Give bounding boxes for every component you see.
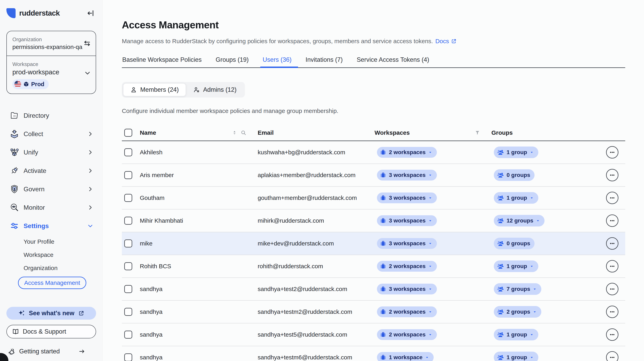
- row-actions-button[interactable]: [606, 260, 618, 272]
- table-row[interactable]: Akhilesh kushwaha+bg@rudderstack.com 2 w…: [122, 141, 625, 164]
- select-all-checkbox[interactable]: [124, 129, 132, 137]
- users-table: Name Email Workspaces Groups Akh: [122, 125, 625, 361]
- sidebar-item-unify[interactable]: Unify: [6, 143, 96, 162]
- caret-down-icon: [428, 332, 432, 337]
- workspaces-badge[interactable]: 2 workspaces: [377, 147, 437, 158]
- briefcase-icon: [380, 194, 386, 201]
- sidebar-item-activate[interactable]: Activate: [6, 162, 96, 180]
- row-actions-button[interactable]: [606, 237, 618, 250]
- sidebar-subitem-organization[interactable]: Organization: [6, 261, 96, 275]
- table-body: Akhilesh kushwaha+bg@rudderstack.com 2 w…: [122, 141, 625, 361]
- tab-service-access-tokens-4[interactable]: Service Access Tokens (4): [356, 56, 430, 67]
- row-checkbox[interactable]: [124, 308, 132, 316]
- cell-name: sandhya: [140, 354, 258, 361]
- row-checkbox[interactable]: [124, 194, 132, 202]
- groups-badge-label: 1 group: [506, 354, 527, 360]
- tab-invitations-7[interactable]: Invitations (7): [305, 56, 343, 67]
- chevron-down-icon[interactable]: [84, 69, 91, 77]
- collapse-sidebar-icon[interactable]: [86, 9, 94, 17]
- workspaces-badge-label: 3 workspaces: [389, 195, 426, 201]
- tab-users-36[interactable]: Users (36): [262, 56, 292, 67]
- sidebar-item-collect[interactable]: Collect: [6, 125, 96, 143]
- workspaces-badge[interactable]: 2 workspaces: [377, 306, 437, 317]
- row-checkbox[interactable]: [124, 353, 132, 361]
- row-checkbox[interactable]: [124, 171, 132, 179]
- chevron-right-icon: [87, 204, 93, 210]
- row-actions-button[interactable]: [606, 328, 618, 341]
- groups-badge[interactable]: 0 groups: [494, 169, 534, 181]
- row-checkbox[interactable]: [124, 217, 132, 225]
- workspaces-badge[interactable]: 2 workspaces: [377, 329, 437, 340]
- sidebar-subitem-access-management[interactable]: Access Management: [6, 275, 96, 291]
- table-row[interactable]: Goutham goutham+member@rudderstack.com 3…: [122, 187, 625, 209]
- groups-badge-label: 0 groups: [506, 240, 530, 247]
- table-row[interactable]: Rohith BCS rohith@rudderstack.com 2 work…: [122, 255, 625, 278]
- row-checkbox[interactable]: [124, 285, 132, 293]
- sidebar-item-settings[interactable]: Settings: [6, 217, 96, 235]
- row-actions-button[interactable]: [606, 214, 618, 227]
- group-icon: [496, 262, 504, 270]
- see-whats-new-button[interactable]: See what's new: [6, 307, 96, 320]
- row-checkbox[interactable]: [124, 262, 132, 270]
- docs-support-button[interactable]: Docs & Support: [6, 325, 96, 338]
- table-row[interactable]: Mihir Khambhati mihirk@rudderstack.com 3…: [122, 209, 625, 232]
- groups-badge[interactable]: 1 group: [494, 351, 538, 361]
- tab-members[interactable]: Members (24): [123, 83, 186, 96]
- workspaces-badge[interactable]: 3 workspaces: [377, 238, 437, 249]
- row-checkbox[interactable]: [124, 331, 132, 339]
- tab-baseline-workspace-policies[interactable]: Baseline Workspace Policies: [122, 56, 202, 67]
- groups-badge[interactable]: 1 group: [494, 329, 538, 340]
- row-checkbox[interactable]: [124, 239, 132, 247]
- groups-badge[interactable]: 1 group: [494, 147, 538, 158]
- row-actions-button[interactable]: [606, 169, 618, 181]
- caret-down-icon: [530, 196, 534, 200]
- admins-tab-label: Admins (12): [203, 86, 236, 93]
- sparkles-icon: [18, 310, 25, 317]
- tab-groups-19[interactable]: Groups (19): [215, 56, 249, 67]
- workspaces-badge-label: 3 workspaces: [389, 217, 426, 224]
- sort-icon[interactable]: [232, 130, 237, 136]
- workspaces-badge[interactable]: 3 workspaces: [377, 192, 437, 203]
- workspaces-badge[interactable]: 3 workspaces: [377, 170, 437, 181]
- workspaces-badge-label: 1 workspace: [389, 354, 422, 360]
- docs-link[interactable]: Docs: [435, 37, 456, 45]
- search-icon[interactable]: [240, 130, 246, 136]
- row-actions-button[interactable]: [606, 146, 618, 159]
- caret-down-icon: [428, 150, 432, 155]
- table-row[interactable]: sandhya sandhya+testm2@rudderstack.com 2…: [122, 301, 625, 323]
- table-row[interactable]: sandhya sandhya+test5@rudderstack.com 2 …: [122, 323, 625, 346]
- getting-started-button[interactable]: Getting started: [6, 347, 96, 356]
- workspaces-badge[interactable]: 3 workspaces: [377, 284, 437, 294]
- group-icon: [496, 171, 504, 179]
- table-row[interactable]: Aris member aplakias+member@rudderstack.…: [122, 164, 625, 187]
- filter-icon[interactable]: [474, 130, 480, 136]
- sidebar-item-govern[interactable]: Govern: [6, 180, 96, 198]
- groups-badge[interactable]: 12 groups: [494, 215, 544, 226]
- table-row[interactable]: mike mike+dev@rudderstack.com 3 workspac…: [122, 232, 625, 255]
- row-actions-button[interactable]: [606, 192, 618, 204]
- row-actions-button[interactable]: [606, 306, 618, 318]
- workspaces-badge[interactable]: 1 workspace: [377, 352, 434, 361]
- table-row[interactable]: sandhya sandhya+test2@rudderstack.com 3 …: [122, 278, 625, 301]
- tab-admins[interactable]: Admins (12): [186, 83, 244, 96]
- row-checkbox[interactable]: [124, 148, 132, 156]
- sidebar-subitem-your-profile[interactable]: Your Profile: [6, 235, 96, 248]
- groups-badge[interactable]: 7 groups: [494, 283, 541, 295]
- groups-badge-label: 2 groups: [506, 309, 530, 315]
- workspaces-badge[interactable]: 2 workspaces: [377, 261, 437, 272]
- organization-selector[interactable]: Organization permissions-expansion-qa: [7, 31, 96, 56]
- row-actions-button[interactable]: [606, 283, 618, 295]
- sidebar-item-monitor[interactable]: Monitor: [6, 198, 96, 217]
- workspaces-badge[interactable]: 3 workspaces: [377, 215, 437, 226]
- sidebar-item-directory[interactable]: Directory: [6, 106, 96, 125]
- sidebar-nav-label: Monitor: [24, 204, 45, 211]
- groups-badge[interactable]: 1 group: [494, 192, 538, 204]
- groups-badge[interactable]: 1 group: [494, 260, 538, 272]
- sidebar-subitem-workspace[interactable]: Workspace: [6, 248, 96, 261]
- row-actions-button[interactable]: [606, 351, 618, 361]
- table-row[interactable]: sandhya sandhya+testm6@rudderstack.com 1…: [122, 346, 625, 361]
- groups-badge[interactable]: 2 groups: [494, 306, 541, 318]
- groups-badge[interactable]: 0 groups: [494, 238, 534, 249]
- workspace-selector[interactable]: Workspace prod-workspace Prod: [7, 56, 96, 94]
- switch-organization-icon[interactable]: [83, 39, 91, 48]
